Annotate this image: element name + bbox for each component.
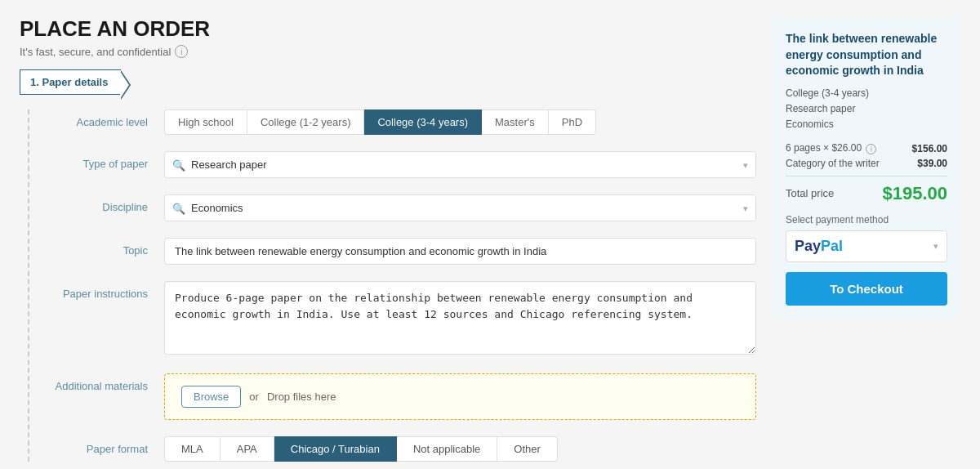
materials-label: Additional materials xyxy=(46,373,164,392)
info-pages-icon[interactable]: i xyxy=(866,144,876,154)
summary-title: The link between renewable energy consum… xyxy=(786,31,947,79)
pages-cost-line: 6 pages × $26.00 i $156.00 xyxy=(786,142,947,154)
page-title: PLACE AN ORDER xyxy=(20,16,756,42)
total-amount: $195.00 xyxy=(882,183,947,204)
discipline-input[interactable] xyxy=(164,194,756,221)
paypal-pal-text: Pal xyxy=(821,238,843,254)
page-subtitle: It's fast, secure, and confidential i xyxy=(20,45,756,58)
level-high-school[interactable]: High school xyxy=(164,109,247,135)
topic-input[interactable] xyxy=(164,238,756,265)
paypal-logo: PayPal xyxy=(795,238,843,255)
payment-select[interactable]: PayPal ▾ xyxy=(786,230,947,262)
academic-level-label: Academic level xyxy=(46,109,164,128)
type-wrap: 🔍 ▾ xyxy=(164,151,756,178)
academic-level-row: Academic level High school College (1-2 … xyxy=(29,109,756,135)
instructions-row: Paper instructions Produce 6-page paper … xyxy=(29,281,756,357)
payment-method-label: Select payment method xyxy=(786,214,947,226)
info-icon[interactable]: i xyxy=(175,45,188,58)
pages-label: 6 pages × $26.00 i xyxy=(786,142,876,154)
level-masters[interactable]: Master's xyxy=(482,109,549,135)
type-of-paper-row: Type of paper 🔍 ▾ xyxy=(29,151,756,178)
topic-label: Topic xyxy=(46,238,164,257)
level-college-1-2[interactable]: College (1-2 years) xyxy=(247,109,365,135)
format-btn-group: MLA APA Chicago / Turabian Not applicabl… xyxy=(164,436,756,462)
format-chicago[interactable]: Chicago / Turabian xyxy=(274,436,397,462)
materials-row: Additional materials Browse or Drop file… xyxy=(29,373,756,420)
type-label: Type of paper xyxy=(46,151,164,170)
format-other[interactable]: Other xyxy=(497,436,558,462)
browse-button[interactable]: Browse xyxy=(181,386,241,408)
discipline-wrap: 🔍 ▾ xyxy=(164,194,756,221)
summary-meta: College (3-4 years) Research paper Econo… xyxy=(786,86,947,133)
writer-cost-line: Category of the writer $39.00 xyxy=(786,158,947,169)
level-phd[interactable]: PhD xyxy=(549,109,596,135)
paypal-pay-text: Pay xyxy=(795,238,821,254)
meta-type: Research paper xyxy=(786,101,947,117)
step-tab[interactable]: 1. Paper details xyxy=(20,69,121,95)
format-label: Paper format xyxy=(46,436,164,455)
topic-row: Topic xyxy=(29,238,756,265)
writer-amount: $39.00 xyxy=(917,158,947,169)
upload-area: Browse or Drop files here xyxy=(164,373,756,420)
order-summary: The link between renewable energy consum… xyxy=(773,16,960,319)
academic-level-controls: High school College (1-2 years) College … xyxy=(164,109,756,135)
level-college-3-4[interactable]: College (3-4 years) xyxy=(364,109,482,135)
writer-label: Category of the writer xyxy=(786,158,880,169)
meta-level: College (3-4 years) xyxy=(786,86,947,101)
sidebar: The link between renewable energy consum… xyxy=(773,16,960,469)
format-wrap: MLA APA Chicago / Turabian Not applicabl… xyxy=(164,436,756,462)
materials-wrap: Browse or Drop files here xyxy=(164,373,756,420)
drop-files-text: Drop files here xyxy=(267,391,336,403)
format-not-applicable[interactable]: Not applicable xyxy=(397,436,497,462)
format-apa[interactable]: APA xyxy=(220,436,274,462)
discipline-label: Discipline xyxy=(46,194,164,213)
discipline-row: Discipline 🔍 ▾ xyxy=(29,194,756,221)
form-section: Academic level High school College (1-2 … xyxy=(28,109,756,462)
instructions-wrap: Produce 6-page paper on the relationship… xyxy=(164,281,756,357)
total-label: Total price xyxy=(786,187,834,199)
topic-wrap xyxy=(164,238,756,265)
discipline-select-wrap: 🔍 ▾ xyxy=(164,194,756,221)
type-input[interactable] xyxy=(164,151,756,178)
academic-level-group: High school College (1-2 years) College … xyxy=(164,109,756,135)
instructions-textarea[interactable]: Produce 6-page paper on the relationship… xyxy=(164,281,756,355)
meta-discipline: Economics xyxy=(786,117,947,132)
total-line: Total price $195.00 xyxy=(786,183,947,204)
paper-format-row: Paper format MLA APA Chicago / Turabian … xyxy=(29,436,756,462)
search-icon: 🔍 xyxy=(172,202,185,214)
search-icon: 🔍 xyxy=(172,159,185,171)
payment-arrow-icon: ▾ xyxy=(933,241,938,252)
type-select-wrap: 🔍 ▾ xyxy=(164,151,756,178)
checkout-button[interactable]: To Checkout xyxy=(786,272,947,306)
instructions-label: Paper instructions xyxy=(46,281,164,300)
format-mla[interactable]: MLA xyxy=(164,436,220,462)
summary-divider xyxy=(786,176,947,176)
upload-or-text: or xyxy=(249,391,259,403)
pages-amount: $156.00 xyxy=(912,143,947,154)
